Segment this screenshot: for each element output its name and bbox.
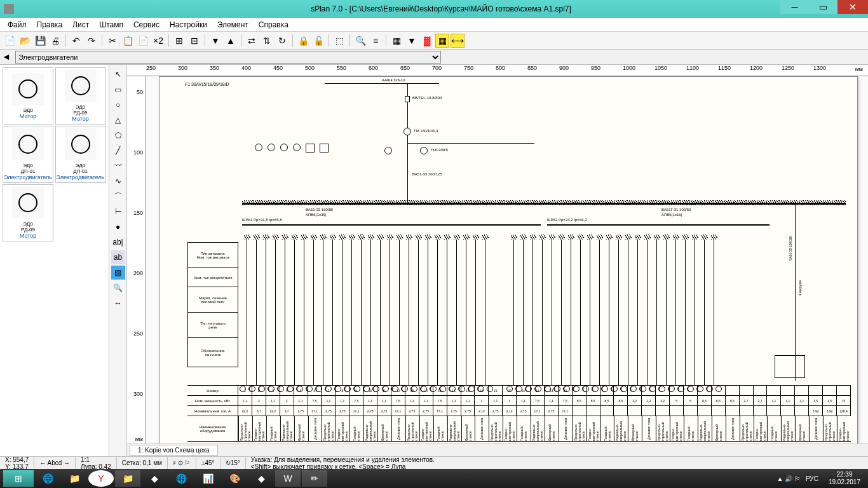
redo-button[interactable]: ↷ bbox=[85, 34, 98, 48]
rotate-display: ↻ 15° bbox=[220, 457, 246, 469]
library-item[interactable]: ЭД0РД-09Мотор bbox=[3, 184, 53, 241]
switch-label: ВВ/TEL-10-8/800 bbox=[412, 96, 442, 100]
group-button[interactable]: ⊞ bbox=[172, 34, 186, 48]
color-button[interactable]: ▼ bbox=[405, 34, 419, 48]
shra1-label: ШРА1 Рр=31,8 Iр=65,8 bbox=[242, 218, 281, 222]
new-file-button[interactable]: 📄 bbox=[3, 34, 17, 48]
line-tool[interactable]: ╱ bbox=[111, 144, 125, 158]
start-button[interactable]: ⊞ bbox=[3, 470, 34, 487]
undo-button[interactable]: ↶ bbox=[69, 34, 83, 48]
rect-tool[interactable]: ▭ bbox=[111, 83, 125, 97]
status-hint: Указка: Для выделения, перемещения и уда… bbox=[246, 456, 868, 470]
cut-button[interactable]: ✂ bbox=[105, 34, 119, 48]
library-item[interactable]: ЭД0ДП-01Электродвигатель bbox=[3, 126, 53, 183]
library-selector-row: ◄ Электродвигатели bbox=[0, 50, 868, 65]
sheet-tab-bar: 1: Kopie von Схема цеха bbox=[127, 444, 868, 456]
highlight1-button[interactable]: ▦ bbox=[435, 34, 449, 48]
app-icon bbox=[4, 4, 14, 14]
rotate-button[interactable]: ↻ bbox=[275, 34, 289, 48]
sheet-tab[interactable]: 1: Kopie von Схема цеха bbox=[130, 445, 218, 456]
grid-button[interactable]: ▦ bbox=[390, 34, 403, 48]
menubar: Файл Правка Лист Штамп Сервис Настройки … bbox=[0, 18, 868, 32]
schematic-page: F1 38/9/15/18/09/18/D ААШв 3x6-10 ВВ/TEL… bbox=[159, 76, 858, 444]
lock-button[interactable]: 🔒 bbox=[296, 34, 310, 48]
unlock-button[interactable]: 🔓 bbox=[311, 34, 325, 48]
library-item[interactable]: ЭД0ДП-01Электродвигатель bbox=[55, 126, 106, 183]
mirror-h-button[interactable]: ⇄ bbox=[245, 34, 259, 48]
mirror-v-button[interactable]: ⇅ bbox=[260, 34, 274, 48]
list-button[interactable]: ≡ bbox=[369, 34, 383, 48]
task-folder[interactable]: 📁 bbox=[115, 470, 140, 487]
minimize-button[interactable]: ─ bbox=[780, 0, 809, 14]
duplicate-button[interactable]: ×2 bbox=[151, 34, 165, 48]
dot-tool[interactable]: ● bbox=[111, 220, 125, 234]
search-button[interactable]: 🔍 bbox=[353, 34, 367, 48]
menu-stamp[interactable]: Штамп bbox=[94, 20, 128, 29]
menu-edit[interactable]: Правка bbox=[32, 20, 68, 29]
save-file-button[interactable]: 💾 bbox=[33, 34, 47, 48]
taskbar-clock[interactable]: 22:39 19.02.2017 bbox=[824, 471, 865, 486]
abcd-display: ← Abcd → bbox=[34, 457, 76, 469]
palette-button[interactable]: ▓ bbox=[420, 34, 434, 48]
library-item[interactable]: ЭД0Мотор bbox=[3, 67, 53, 125]
task-app2[interactable]: 📊 bbox=[195, 470, 220, 487]
menu-file[interactable]: Файл bbox=[3, 20, 32, 29]
main-bus bbox=[242, 203, 846, 205]
menu-element[interactable]: Элемент bbox=[212, 20, 254, 29]
pointer-tool[interactable]: ↖ bbox=[111, 67, 125, 81]
transformer-label: ТМ 160/10/0,4 bbox=[414, 129, 438, 133]
menu-sheet[interactable]: Лист bbox=[67, 20, 94, 29]
drawing-canvas[interactable]: F1 38/9/15/18/09/18/D ААШв 3x6-10 ВВ/TEL… bbox=[146, 76, 868, 444]
task-chrome[interactable]: 🌐 bbox=[168, 470, 194, 487]
task-splan[interactable]: ✏ bbox=[302, 470, 327, 487]
library-dropdown[interactable]: Электродвигатели bbox=[15, 51, 441, 64]
arc-tool[interactable]: ⌒ bbox=[111, 189, 125, 203]
task-app1[interactable]: ◆ bbox=[142, 470, 167, 487]
snap-toggles[interactable]: ♯ ⊙ ⚐ bbox=[168, 457, 196, 469]
text-tool[interactable]: ab| bbox=[111, 235, 125, 249]
ungroup-button[interactable]: ⊟ bbox=[187, 34, 201, 48]
label-tool[interactable]: ab bbox=[111, 250, 125, 264]
library-back-button[interactable]: ◄ bbox=[0, 50, 13, 64]
ct-label: ТКЛ-300/5 bbox=[430, 148, 448, 152]
task-explorer[interactable]: 📁 bbox=[62, 470, 87, 487]
highlight2-button[interactable]: ⟷ bbox=[451, 34, 465, 48]
task-yandex[interactable]: Y bbox=[88, 470, 114, 487]
bring-front-button[interactable]: ▲ bbox=[224, 34, 238, 48]
image-tool[interactable]: ▨ bbox=[111, 266, 125, 280]
close-button[interactable]: ✕ bbox=[837, 0, 868, 14]
to-load-label: К нагрузке bbox=[798, 280, 802, 295]
ruler-h-unit: мм bbox=[855, 66, 863, 72]
library-item[interactable]: ЭД0РД-09Мотор bbox=[55, 67, 106, 125]
menu-help[interactable]: Справка bbox=[254, 20, 294, 29]
language-indicator[interactable]: РУС bbox=[806, 475, 818, 482]
left-row-labels: Тип автоматаНом. ток автоматаНом. ток ра… bbox=[187, 242, 238, 367]
task-paint[interactable]: 🎨 bbox=[222, 470, 247, 487]
paste-button[interactable]: 📄 bbox=[136, 34, 150, 48]
task-ie[interactable]: 🌐 bbox=[35, 470, 60, 487]
open-file-button[interactable]: 📂 bbox=[18, 34, 32, 48]
send-back-button[interactable]: ▼ bbox=[208, 34, 222, 48]
measure-tool[interactable]: ↔ bbox=[111, 296, 125, 310]
zoom-tool[interactable]: 🔍 bbox=[111, 281, 125, 295]
tray-icons[interactable]: ▲ 🔊 🏳 bbox=[776, 475, 800, 482]
canvas-scroll[interactable]: 5010015020025030050мм F1 38/9/15/18/09/1… bbox=[127, 76, 868, 444]
menu-service[interactable]: Сервис bbox=[128, 20, 165, 29]
task-app3[interactable]: ◆ bbox=[248, 470, 274, 487]
menu-settings[interactable]: Настройки bbox=[165, 20, 212, 29]
copy-button[interactable]: 📋 bbox=[121, 34, 135, 48]
task-word[interactable]: W bbox=[275, 470, 301, 487]
maximize-button[interactable]: ▭ bbox=[809, 0, 837, 14]
wave-tool[interactable]: 〰 bbox=[111, 159, 125, 173]
zoom-selection-button[interactable]: ⬚ bbox=[332, 34, 346, 48]
bus-top bbox=[325, 83, 439, 84]
breaker-main-label: ВА51-33 160/125 bbox=[412, 172, 442, 176]
print-button[interactable]: 🖨 bbox=[48, 34, 62, 48]
polygon-tool[interactable]: △ bbox=[111, 113, 125, 127]
bezier-tool[interactable]: ∿ bbox=[111, 174, 125, 188]
circle-tool[interactable]: ○ bbox=[111, 98, 125, 112]
connector-tool[interactable]: ⊢ bbox=[111, 205, 125, 219]
library-panel: ЭД0МоторЭД0РД-09МоторЭД0ДП-01Электродвиг… bbox=[0, 65, 109, 456]
special-tool[interactable]: ⬠ bbox=[111, 128, 125, 142]
shra1-cable-label: АПВ5(1х35) bbox=[306, 213, 327, 217]
